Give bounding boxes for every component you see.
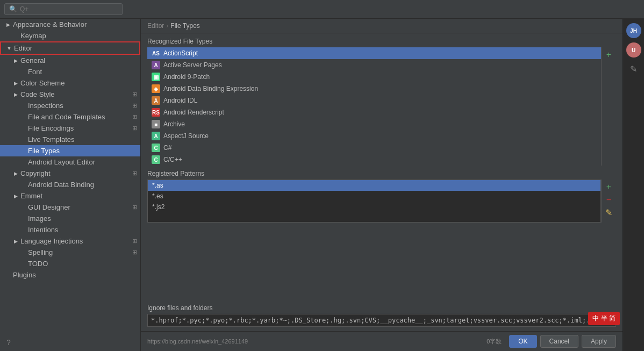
sidebar-item-language-injections[interactable]: ▶Language Injections⊞ (0, 235, 140, 247)
badge-file-code-templates: ⊞ (131, 113, 138, 121)
file-type-item-cpp[interactable]: CC/C++ (147, 154, 601, 166)
recognized-btn-column: + (601, 47, 616, 166)
ok-button[interactable]: OK (509, 335, 536, 348)
file-type-item-android-9-patch[interactable]: ▣Android 9-Patch (147, 71, 601, 83)
top-search-bar: 🔍 (0, 0, 644, 19)
avatar-user: U (626, 42, 641, 58)
file-type-label-c: C# (163, 144, 171, 152)
search-box[interactable]: 🔍 (4, 3, 123, 15)
arrow-icon-appearance: ▶ (4, 21, 12, 28)
sidebar-label-todo: TODO (28, 260, 138, 268)
file-type-label-cpp: C/C++ (163, 156, 182, 163)
sidebar-item-inspections[interactable]: Inspections⊞ (0, 100, 140, 111)
sidebar-item-keymap[interactable]: Keymap (0, 30, 140, 41)
file-type-item-c[interactable]: CC# (147, 142, 601, 154)
arrow-icon-emmet: ▶ (12, 192, 19, 200)
sidebar-item-copyright[interactable]: ▶Copyright⊞ (0, 168, 140, 179)
pattern-item-pat3[interactable]: *.js2 (148, 202, 600, 212)
file-type-icon-android-rs: RS (152, 108, 160, 117)
file-type-item-android-idl[interactable]: AAndroid IDL (147, 95, 601, 106)
arrow-icon-editor: ▼ (5, 45, 13, 52)
badge-language-injections: ⊞ (131, 238, 138, 245)
arrow-icon-code-style: ▶ (12, 91, 19, 98)
sidebar-item-file-code-templates[interactable]: File and Code Templates⊞ (0, 111, 140, 123)
panels: Recognized File Types ASActionScriptAAct… (141, 33, 622, 331)
sidebar-item-todo[interactable]: TODO (0, 258, 140, 269)
arrow-icon-copyright: ▶ (12, 170, 19, 177)
file-type-icon-archive: ■ (152, 120, 160, 128)
file-type-label-android-idl: Android IDL (163, 97, 197, 104)
apply-button[interactable]: Apply (582, 335, 616, 348)
sidebar-item-file-types[interactable]: File Types (0, 145, 140, 156)
remove-pattern-button[interactable]: − (604, 195, 614, 205)
sidebar-label-intentions: Intentions (28, 226, 138, 234)
sidebar-label-android-layout-editor: Android Layout Editor (28, 158, 138, 166)
help-button[interactable]: ? (6, 338, 11, 347)
sidebar-item-gui-designer[interactable]: GUI Designer⊞ (0, 202, 140, 213)
file-type-label-android-9-patch: Android 9-Patch (163, 73, 210, 81)
file-type-item-actionscript[interactable]: ASActionScript (147, 47, 601, 59)
badge-copyright: ⊞ (131, 170, 138, 177)
pattern-label-pat3: *.js2 (152, 203, 164, 211)
sidebar-item-intentions[interactable]: Intentions (0, 224, 140, 235)
sidebar-label-spelling: Spelling (28, 248, 131, 256)
badge-code-style: ⊞ (131, 91, 138, 98)
sidebar-label-appearance: Appearance & Behavior (13, 20, 138, 28)
file-type-icon-actionscript: AS (152, 49, 160, 58)
badge-spelling: ⊞ (131, 249, 138, 256)
main-layout: ▶Appearance & BehaviorKeymap▼Editor▶Gene… (0, 19, 644, 351)
content-area: Editor › File Types Recognized File Type… (141, 19, 622, 351)
sidebar-item-general[interactable]: ▶General (0, 55, 140, 66)
sidebar-item-code-style[interactable]: ▶Code Style⊞ (0, 89, 140, 100)
sidebar-label-code-style: Code Style (20, 90, 131, 98)
sidebar-label-file-code-templates: File and Code Templates (28, 113, 131, 121)
sidebar-item-spelling[interactable]: Spelling⊞ (0, 247, 140, 258)
right-panel: JH U ✎ (622, 19, 644, 351)
file-type-item-active-server-pages[interactable]: AActive Server Pages (147, 59, 601, 71)
file-type-icon-active-server-pages: A (152, 61, 160, 69)
char-count: 0字数 (486, 338, 502, 346)
file-type-label-android-rs: Android Renderscript (163, 109, 224, 116)
file-type-label-archive: Archive (163, 120, 185, 128)
sidebar-item-live-templates[interactable]: Live Templates (0, 134, 140, 145)
file-type-icon-cpp: C (152, 155, 160, 164)
add-file-type-button[interactable]: + (604, 49, 614, 60)
ignore-label: Ignore files and folders (147, 304, 616, 312)
edit-icon: ✎ (630, 64, 637, 74)
file-type-icon-android-9-patch: ▣ (152, 73, 160, 81)
file-type-item-archive[interactable]: ■Archive (147, 118, 601, 130)
sidebar-item-appearance[interactable]: ▶Appearance & Behavior (0, 19, 140, 30)
bottom-bar: https://blog.csdn.net/weixin_42691149 0字… (141, 331, 622, 351)
recognized-file-types-list[interactable]: ASActionScriptAActive Server Pages▣Andro… (147, 47, 601, 166)
pattern-item-pat1[interactable]: *.as (148, 180, 600, 191)
add-pattern-button[interactable]: + (604, 182, 614, 192)
sidebar-label-color-scheme: Color Scheme (20, 79, 138, 87)
search-input[interactable] (20, 5, 118, 13)
breadcrumb-current: File Types (170, 22, 199, 30)
sidebar-label-editor: Editor (14, 44, 137, 52)
sidebar-label-emmet: Emmet (20, 192, 138, 200)
patterns-label: Registered Patterns (147, 170, 616, 177)
arrow-icon-language-injections: ▶ (12, 238, 19, 245)
sidebar-label-images: Images (28, 214, 138, 223)
file-type-item-aspectj-source[interactable]: AAspectJ Source (147, 130, 601, 142)
sidebar-item-color-scheme[interactable]: ▶Color Scheme (0, 77, 140, 89)
sidebar-item-android-layout-editor[interactable]: Android Layout Editor (0, 156, 140, 168)
edit-pattern-button[interactable]: ✎ (604, 207, 614, 218)
file-type-item-android-rs[interactable]: RSAndroid Renderscript (147, 106, 601, 118)
sidebar-item-android-data-binding[interactable]: Android Data Binding (0, 179, 140, 190)
patterns-list[interactable]: *.as*.es*.js2 (147, 180, 601, 223)
file-type-label-actionscript: ActionScript (163, 49, 198, 57)
pattern-item-pat2[interactable]: *.es (148, 191, 600, 202)
sidebar-item-font[interactable]: Font (0, 66, 140, 77)
sidebar-label-plugins: Plugins (13, 271, 138, 279)
sidebar-item-plugins[interactable]: Plugins (0, 269, 140, 281)
file-type-item-android-data-binding[interactable]: ◈Android Data Binding Expression (147, 83, 601, 95)
sidebar-item-emmet[interactable]: ▶Emmet (0, 190, 140, 202)
cancel-button[interactable]: Cancel (540, 335, 578, 348)
sidebar-item-editor[interactable]: ▼Editor (0, 41, 140, 55)
sidebar-item-file-encodings[interactable]: File Encodings⊞ (0, 123, 140, 134)
sidebar-item-images[interactable]: Images (0, 213, 140, 224)
breadcrumb-parent[interactable]: Editor (147, 22, 164, 30)
ignore-input[interactable] (147, 314, 616, 327)
